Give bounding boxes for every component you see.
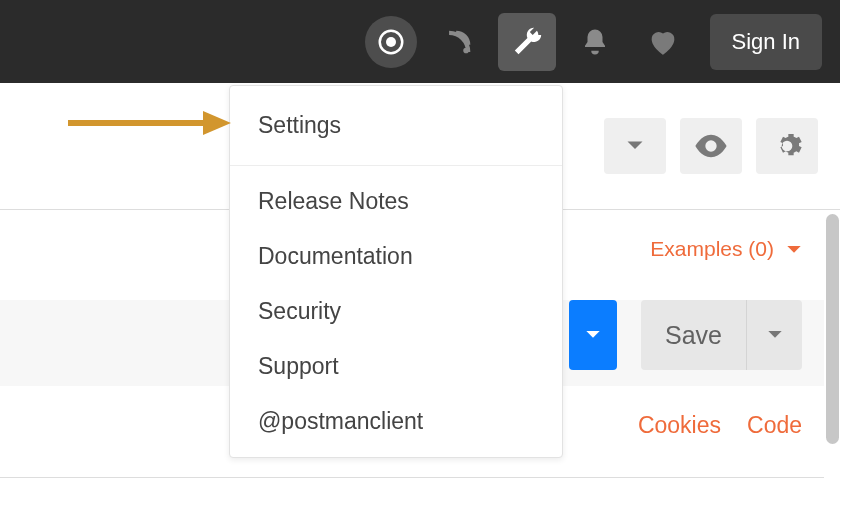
sync-circle-icon <box>365 16 417 68</box>
examples-dropdown[interactable]: Examples (0) <box>650 237 802 261</box>
bell-icon <box>580 27 610 57</box>
cookies-code-links: Cookies Code <box>638 412 802 439</box>
sign-in-label: Sign In <box>732 29 801 55</box>
heart-icon-button[interactable] <box>634 13 692 71</box>
wrench-icon-button[interactable] <box>498 13 556 71</box>
menu-item-twitter[interactable]: @postmanclient <box>230 394 562 457</box>
save-dropdown-button[interactable] <box>746 300 802 370</box>
svg-marker-4 <box>203 111 231 135</box>
visibility-button[interactable] <box>680 118 742 174</box>
heart-icon <box>646 25 680 59</box>
save-button-group: Save <box>641 300 802 370</box>
save-label: Save <box>665 321 722 350</box>
top-bar: Sign In <box>0 0 840 83</box>
dropdown-toggle-button[interactable] <box>604 118 666 174</box>
save-button[interactable]: Save <box>641 300 746 370</box>
annotation-arrow-icon <box>63 108 233 138</box>
sign-in-button[interactable]: Sign In <box>710 14 823 70</box>
cookies-link[interactable]: Cookies <box>638 412 721 439</box>
eye-icon <box>694 134 728 158</box>
scrollbar-thumb[interactable] <box>826 214 839 444</box>
caret-down-icon <box>585 329 601 341</box>
svg-point-1 <box>386 37 396 47</box>
menu-item-release-notes[interactable]: Release Notes <box>230 166 562 229</box>
gear-icon <box>771 130 803 162</box>
examples-label: Examples (0) <box>650 237 774 261</box>
code-link[interactable]: Code <box>747 412 802 439</box>
svg-point-2 <box>708 143 714 149</box>
send-save-group: Save <box>569 300 802 370</box>
menu-item-support[interactable]: Support <box>230 339 562 394</box>
bell-icon-button[interactable] <box>566 13 624 71</box>
menu-item-security[interactable]: Security <box>230 284 562 339</box>
caret-down-icon <box>767 329 783 341</box>
send-dropdown-button[interactable] <box>569 300 617 370</box>
settings-gear-button[interactable] <box>756 118 818 174</box>
settings-dropdown-menu: Settings Release Notes Documentation Sec… <box>229 85 563 458</box>
caret-down-icon <box>626 140 644 152</box>
satellite-icon <box>442 25 476 59</box>
menu-item-documentation[interactable]: Documentation <box>230 229 562 284</box>
menu-item-settings[interactable]: Settings <box>230 86 562 166</box>
sync-icon-button[interactable] <box>362 13 420 71</box>
divider <box>0 477 824 478</box>
satellite-icon-button[interactable] <box>430 13 488 71</box>
caret-down-icon <box>786 237 802 261</box>
wrench-icon <box>510 25 544 59</box>
